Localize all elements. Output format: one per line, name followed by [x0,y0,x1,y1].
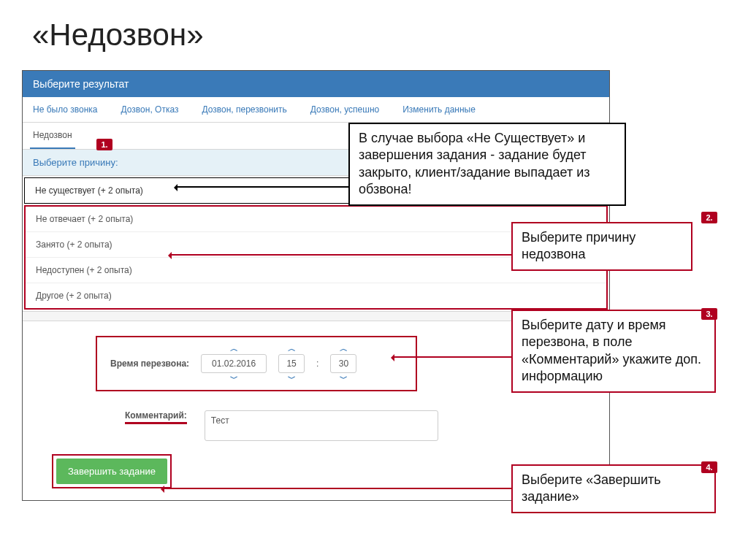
callback-minute-input[interactable] [330,354,356,373]
tab-no-call[interactable]: Не было звонка [30,97,101,122]
chevron-down-icon[interactable]: ﹀ [288,375,296,383]
callback-date-input[interactable] [201,354,267,373]
callback-label: Время перезвона: [110,358,189,369]
tab-refused[interactable]: Дозвон, Отказ [118,97,182,122]
callout-4: Выберите «Завершить задание» [511,464,716,513]
arrow-4 [164,488,511,489]
arrow-2 [172,254,511,256]
finish-button[interactable]: Завершить задание [56,459,167,484]
chevron-up-icon[interactable]: ︿ [288,345,296,353]
panel-header: Выберите результат [23,71,609,97]
comment-label: Комментарий: [125,410,187,424]
badge-3: 3. [701,308,717,320]
slide-title: «Недозвон» [0,0,748,60]
reason-other[interactable]: Другое (+ 2 опыта) [26,283,606,308]
callout-2: Выберите причину недозвона [511,222,692,271]
chevron-down-icon[interactable]: ﹀ [230,375,238,383]
tab-success[interactable]: Дозвон, успешно [308,97,382,122]
arrow-1 [178,186,348,188]
callback-hour-input[interactable] [278,354,305,373]
comment-row: Комментарий: [125,410,580,441]
arrow-3 [394,356,511,358]
tab-edit[interactable]: Изменить данные [400,97,478,122]
finish-row: Завершить задание [52,454,580,488]
callout-3: Выберите дату и время перезвона, в поле … [511,310,716,393]
badge-4: 4. [701,461,717,473]
tab-nedozvon[interactable]: Недозвон [30,123,75,149]
result-tabs: Не было звонка Дозвон, Отказ Дозвон, пер… [23,97,609,123]
callback-time-row: Время перезвона: ︿ ﹀ ︿ ﹀ : ︿ ﹀ [96,336,417,391]
chevron-up-icon[interactable]: ︿ [340,345,348,353]
finish-highlight: Завершить задание [52,454,172,488]
badge-1: 1. [96,139,112,150]
date-spinner: ︿ ﹀ [201,345,267,383]
time-colon: : [316,358,318,369]
comment-input[interactable] [205,410,438,441]
chevron-down-icon[interactable]: ﹀ [340,375,348,383]
callout-1: В случае выбора «Не Существует» и заверш… [348,123,626,206]
badge-2: 2. [701,212,717,223]
minute-spinner: ︿ ﹀ [330,345,356,383]
chevron-up-icon[interactable]: ︿ [230,345,238,353]
hour-spinner: ︿ ﹀ [278,345,305,383]
tab-callback[interactable]: Дозвон, перезвонить [199,97,289,122]
